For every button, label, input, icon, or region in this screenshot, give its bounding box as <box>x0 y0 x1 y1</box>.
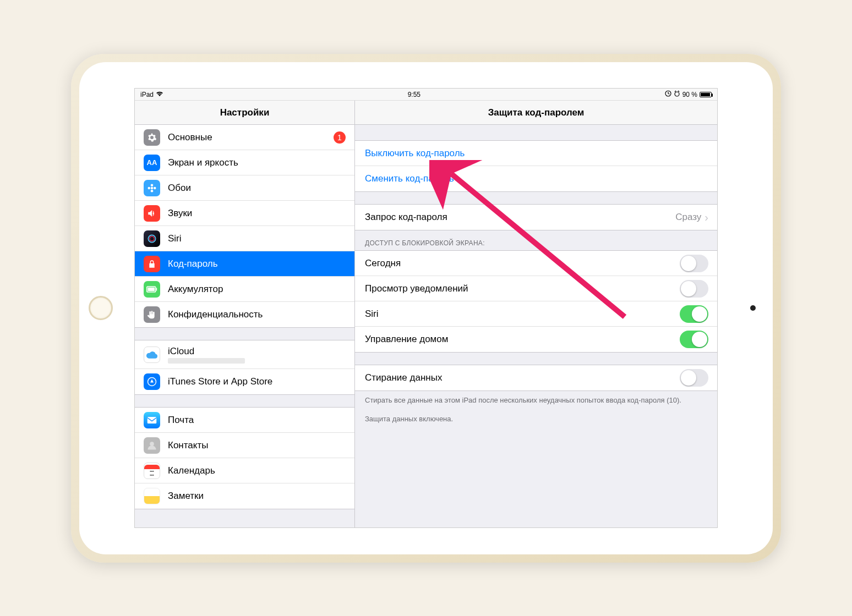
svg-point-2 <box>151 186 154 189</box>
chevron-right-icon: › <box>704 211 708 224</box>
sidebar-item-label: Заметки <box>168 491 346 502</box>
sidebar-item-label: Siri <box>168 233 346 244</box>
sidebar-item-general[interactable]: Основные 1 <box>135 125 354 150</box>
speaker-icon <box>144 205 160 222</box>
cell-value: Сразу <box>675 212 701 223</box>
front-camera <box>750 305 756 311</box>
icloud-account-redacted <box>168 358 245 364</box>
erase-data-group: Стирание данных <box>355 365 717 391</box>
ipad-frame: iPad 9:55 90 % <box>71 54 781 563</box>
device-label: iPad <box>140 91 154 98</box>
sidebar-item-wallpaper[interactable]: Обои <box>135 175 354 201</box>
svg-point-6 <box>154 186 156 189</box>
battery-percent: 90 % <box>682 91 697 98</box>
appstore-icon <box>144 373 160 390</box>
cell-label: Выключить код-пароль <box>365 148 465 159</box>
lock-icon <box>144 256 160 272</box>
hand-icon <box>144 306 160 323</box>
sidebar-item-label: Календарь <box>168 465 346 476</box>
svg-point-14 <box>150 442 154 446</box>
sidebar-item-label: Аккумулятор <box>168 284 346 295</box>
home-control-switch[interactable] <box>680 331 708 348</box>
sidebar-item-display[interactable]: AA Экран и яркость <box>135 150 354 175</box>
cell-label: Стирание данных <box>365 372 680 383</box>
sidebar-item-passcode[interactable]: Код-пароль <box>135 251 354 277</box>
svg-line-15 <box>451 174 625 317</box>
sidebar-item-privacy[interactable]: Конфиденциальность <box>135 302 354 327</box>
status-bar: iPad 9:55 90 % <box>135 89 717 101</box>
sidebar-item-sounds[interactable]: Звуки <box>135 201 354 226</box>
alarm-icon <box>674 90 680 98</box>
sidebar-item-label: Экран и яркость <box>168 157 346 168</box>
settings-sidebar[interactable]: Настройки Основные 1 AA Экран и яркость <box>135 101 355 527</box>
sidebar-item-mail[interactable]: Почта <box>135 408 354 433</box>
cell-label: Управление домом <box>365 334 680 345</box>
svg-point-8 <box>150 236 154 240</box>
svg-point-5 <box>148 186 151 189</box>
sidebar-title: Настройки <box>135 101 354 125</box>
erase-data-row[interactable]: Стирание данных <box>355 365 717 391</box>
sidebar-item-label: Звуки <box>168 208 346 219</box>
wifi-icon <box>156 91 163 98</box>
sidebar-item-battery[interactable]: Аккумулятор <box>135 277 354 302</box>
battery-icon <box>144 281 160 298</box>
protection-footer: Защита данных включена. <box>355 410 717 428</box>
device-inner: iPad 9:55 90 % <box>79 62 773 554</box>
screen: iPad 9:55 90 % <box>134 88 718 528</box>
svg-rect-10 <box>156 288 157 290</box>
sidebar-group-1: Основные 1 AA Экран и яркость Обои <box>135 125 354 328</box>
battery-icon <box>700 92 712 97</box>
home-button[interactable] <box>89 296 113 320</box>
sidebar-item-label: Почта <box>168 415 346 426</box>
sidebar-item-calendar[interactable]: ▪▪▪▪▪▪ Календарь <box>135 458 354 483</box>
rotation-lock-icon <box>665 90 671 98</box>
sidebar-item-label: Конфиденциальность <box>168 309 346 320</box>
svg-rect-11 <box>148 287 155 291</box>
sidebar-item-contacts[interactable]: Контакты <box>135 433 354 458</box>
svg-point-4 <box>151 190 154 193</box>
sidebar-item-icloud[interactable]: iCloud <box>135 340 354 369</box>
sidebar-group-2: iCloud iTunes Store и App Store <box>135 340 354 395</box>
svg-rect-13 <box>148 417 157 424</box>
svg-point-1 <box>675 92 679 96</box>
contacts-icon <box>144 437 160 454</box>
siri-icon <box>144 230 160 247</box>
sidebar-item-itunes[interactable]: iTunes Store и App Store <box>135 369 354 394</box>
flower-icon <box>144 180 160 196</box>
notifications-switch[interactable] <box>680 280 708 298</box>
badge: 1 <box>334 131 346 144</box>
sidebar-item-label: iTunes Store и App Store <box>168 376 346 387</box>
mail-icon <box>144 412 160 428</box>
erase-footer: Стирать все данные на этом iPad после не… <box>355 391 717 410</box>
erase-switch[interactable] <box>680 369 708 387</box>
annotation-arrow-icon <box>429 160 638 331</box>
today-switch[interactable] <box>680 255 708 272</box>
sidebar-item-siri[interactable]: Siri <box>135 226 354 251</box>
text-size-icon: AA <box>144 155 160 171</box>
detail-title: Защита код-паролем <box>355 101 717 125</box>
sidebar-item-label: Контакты <box>168 440 346 451</box>
siri-switch[interactable] <box>680 305 708 323</box>
sidebar-group-3: Почта Контакты ▪▪▪▪▪▪ Календарь Заме <box>135 407 354 509</box>
cloud-icon <box>144 346 160 363</box>
sidebar-item-label: Основные <box>168 132 334 143</box>
sidebar-item-label: Код-пароль <box>168 258 346 270</box>
sidebar-item-notes[interactable]: Заметки <box>135 483 354 509</box>
status-time: 9:55 <box>408 91 420 98</box>
notes-icon <box>144 488 160 504</box>
sidebar-item-label: Обои <box>168 183 346 194</box>
gear-icon <box>144 129 160 146</box>
sidebar-item-label: iCloud <box>168 346 346 357</box>
svg-point-3 <box>151 184 154 186</box>
calendar-icon: ▪▪▪▪▪▪ <box>144 463 160 479</box>
